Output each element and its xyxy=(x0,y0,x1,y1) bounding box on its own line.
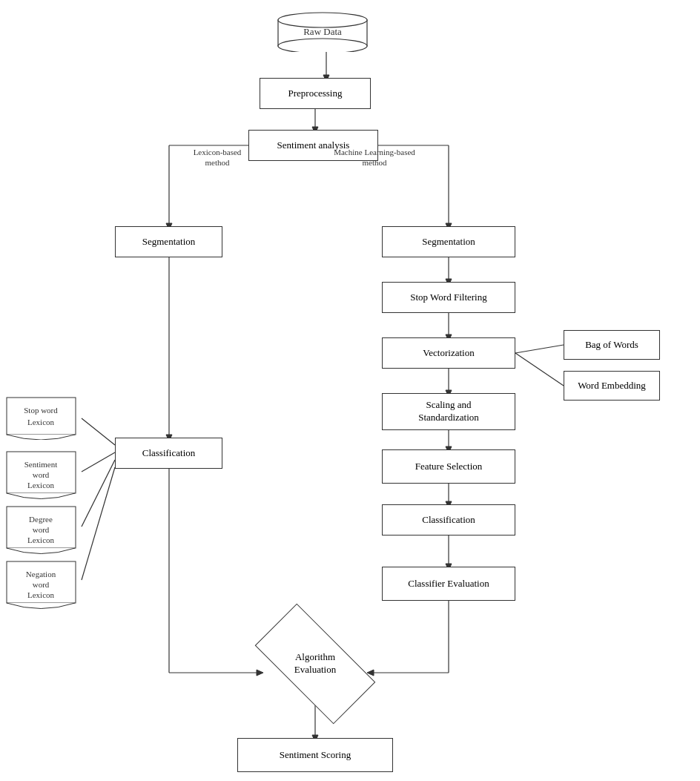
svg-text:Lexicon: Lexicon xyxy=(27,590,55,599)
svg-text:Stop word: Stop word xyxy=(24,406,58,415)
algorithm-evaluation-node: AlgorithmEvaluation xyxy=(260,634,371,693)
lexicon-method-label: Lexicon-basedmethod xyxy=(184,147,251,168)
negation-word-lexicon: Negation word Lexicon xyxy=(6,561,76,609)
sentiment-scoring-node: Sentiment Scoring xyxy=(237,738,393,772)
flowchart-diagram: Raw Data Preprocessing Sentiment analysi… xyxy=(0,0,700,781)
svg-text:word: word xyxy=(33,470,50,479)
bag-of-words-node: Bag of Words xyxy=(564,330,660,360)
right-segmentation-node: Segmentation xyxy=(382,226,515,257)
svg-text:word: word xyxy=(33,525,50,534)
svg-line-32 xyxy=(515,345,564,353)
left-classification-node: Classification xyxy=(115,438,222,469)
preprocessing-node: Preprocessing xyxy=(260,78,371,109)
svg-text:Lexicon: Lexicon xyxy=(27,418,55,426)
svg-text:Lexicon: Lexicon xyxy=(27,536,55,544)
stop-word-filtering-node: Stop Word Filtering xyxy=(382,282,515,313)
svg-text:Lexicon: Lexicon xyxy=(27,481,55,490)
svg-point-40 xyxy=(278,39,367,52)
right-classification-node: Classification xyxy=(382,504,515,536)
raw-data-node: Raw Data xyxy=(274,11,371,52)
sentiment-word-lexicon: Sentiment word Lexicon xyxy=(6,451,76,499)
svg-line-35 xyxy=(82,452,115,472)
svg-text:Raw Data: Raw Data xyxy=(303,26,342,37)
ml-method-label: Machine Learning-basedmethod xyxy=(330,147,419,168)
classifier-evaluation-node: Classifier Evaluation xyxy=(382,567,515,601)
feature-selection-node: Feature Selection xyxy=(382,449,515,484)
scaling-node: Scaling andStandardization xyxy=(382,393,515,430)
degree-word-lexicon: Degree word Lexicon xyxy=(6,506,76,554)
stop-word-lexicon: Stop word Lexicon xyxy=(6,397,76,440)
svg-point-39 xyxy=(278,13,367,27)
word-embedding-node: Word Embedding xyxy=(564,371,660,401)
left-segmentation-node: Segmentation xyxy=(115,226,222,257)
svg-line-37 xyxy=(82,467,115,580)
vectorization-node: Vectorization xyxy=(382,337,515,369)
svg-text:word: word xyxy=(33,580,50,589)
svg-line-34 xyxy=(82,418,115,445)
svg-text:Degree: Degree xyxy=(29,515,53,524)
svg-text:Sentiment: Sentiment xyxy=(24,460,58,469)
svg-rect-42 xyxy=(7,398,76,435)
svg-line-33 xyxy=(515,353,564,386)
svg-text:Negation: Negation xyxy=(26,570,56,579)
svg-line-36 xyxy=(82,460,115,527)
